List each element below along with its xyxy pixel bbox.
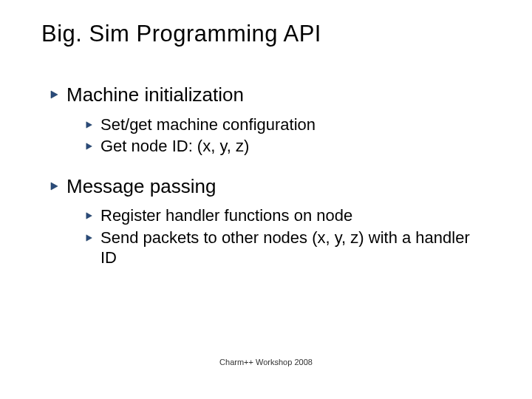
arrow-bullet-icon — [50, 182, 59, 191]
arrow-bullet-icon — [86, 234, 93, 242]
slide-content: Big. Sim Programming API Machine initial… — [0, 0, 532, 268]
list-item-text: Set/get machine configuration — [100, 115, 316, 135]
section-heading-text: Machine initialization — [66, 83, 244, 107]
arrow-bullet-icon — [86, 212, 93, 219]
arrow-bullet-icon — [86, 121, 93, 129]
section-items: Set/get machine configuration Get node I… — [86, 115, 491, 157]
section-heading: Message passing — [50, 174, 491, 199]
list-item: Set/get machine configuration — [86, 115, 491, 135]
list-item-text: Get node ID: (x, y, z) — [100, 136, 249, 157]
slide-footer: Charm++ Workshop 2008 — [0, 358, 532, 366]
list-item-text: Send packets to other nodes (x, y, z) wi… — [100, 228, 485, 268]
section-heading-text: Message passing — [66, 174, 216, 199]
list-item: Get node ID: (x, y, z) — [86, 136, 491, 157]
list-item: Register handler functions on node — [86, 205, 491, 226]
list-item-text: Register handler functions on node — [100, 205, 352, 226]
section-heading: Machine initialization — [50, 83, 491, 107]
list-item: Send packets to other nodes (x, y, z) wi… — [86, 228, 491, 268]
arrow-bullet-icon — [86, 143, 93, 150]
section-items: Register handler functions on node Send … — [86, 205, 491, 268]
slide-title: Big. Sim Programming API — [41, 21, 491, 47]
arrow-bullet-icon — [50, 90, 59, 99]
